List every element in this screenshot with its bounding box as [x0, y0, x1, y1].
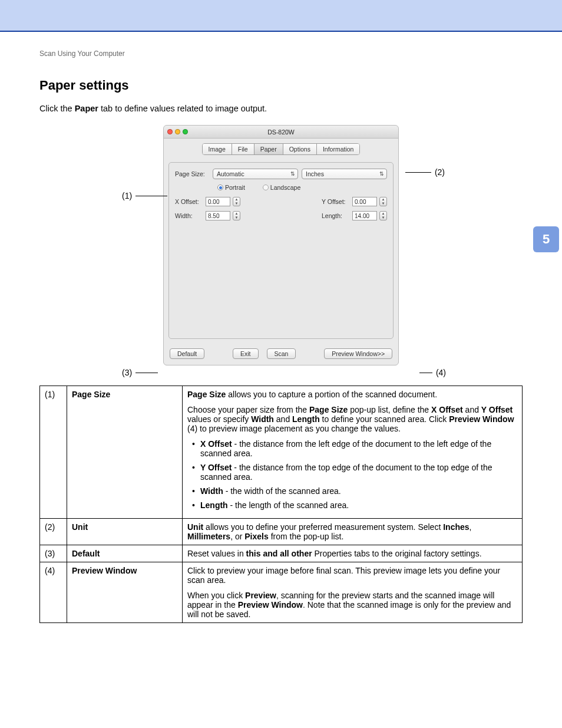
length-stepper[interactable]: ▲▼ — [379, 211, 387, 220]
callout-1: (1) — [122, 191, 167, 200]
page-header-bar — [0, 0, 562, 32]
table-row: (2) Unit Unit allows you to define your … — [40, 519, 523, 545]
button-bar: Default Exit Scan Preview Window>> — [164, 345, 398, 365]
tab-bar: Image File Paper Options Information — [164, 139, 398, 159]
width-input[interactable]: 8.50 — [206, 211, 230, 220]
width-field: Width: 8.50 ▲▼ — [175, 211, 240, 220]
y-offset-input[interactable]: 0.00 — [352, 197, 377, 206]
y-offset-field: Y Offset: 0.00 ▲▼ — [322, 197, 387, 206]
unit-select[interactable]: Inches ⇅ — [302, 169, 387, 179]
chapter-tab: 5 — [533, 226, 559, 252]
preview-window-button[interactable]: Preview Window>> — [324, 348, 392, 359]
screenshot-figure: (1) (2) (3) (4) DS-820W Image File Paper… — [116, 125, 446, 365]
length-input[interactable]: 14.00 — [352, 211, 377, 220]
table-row: (1) Page Size Page Size allows you to ca… — [40, 386, 523, 519]
tab-file[interactable]: File — [232, 144, 254, 154]
tab-paper[interactable]: Paper — [254, 144, 283, 154]
dialog-window: DS-820W Image File Paper Options Informa… — [163, 125, 399, 365]
y-offset-stepper[interactable]: ▲▼ — [379, 197, 387, 206]
callout-3: (3) — [122, 368, 158, 377]
x-offset-field: X Offset: 0.00 ▲▼ — [175, 197, 240, 206]
default-button[interactable]: Default — [170, 348, 204, 359]
description-table: (1) Page Size Page Size allows you to ca… — [39, 386, 523, 623]
x-offset-stepper[interactable]: ▲▼ — [233, 197, 240, 206]
chevron-updown-icon: ⇅ — [290, 171, 295, 177]
paper-panel: Page Size: Automatic ⇅ Inches ⇅ Portrait… — [168, 162, 394, 339]
length-field: Length: 14.00 ▲▼ — [322, 211, 387, 220]
page-title: Paper settings — [39, 78, 523, 93]
width-stepper[interactable]: ▲▼ — [233, 211, 240, 220]
x-offset-input[interactable]: 0.00 — [206, 197, 230, 206]
scan-button[interactable]: Scan — [267, 348, 296, 359]
titlebar: DS-820W — [164, 126, 398, 139]
chevron-updown-icon: ⇅ — [379, 171, 384, 177]
landscape-radio[interactable]: Landscape — [263, 184, 300, 191]
tab-options[interactable]: Options — [283, 144, 317, 154]
portrait-radio[interactable]: Portrait — [217, 184, 245, 191]
table-row: (3) Default Reset values in this and all… — [40, 545, 523, 562]
exit-button[interactable]: Exit — [233, 348, 259, 359]
page-size-label: Page Size: — [175, 170, 209, 177]
tab-image[interactable]: Image — [203, 144, 232, 154]
callout-4: (4) — [419, 368, 446, 377]
breadcrumb: Scan Using Your Computer — [39, 50, 523, 58]
window-title: DS-820W — [164, 129, 398, 136]
tab-information[interactable]: Information — [317, 144, 360, 154]
intro-text: Click the Paper tab to define values rel… — [39, 104, 523, 113]
page-size-select[interactable]: Automatic ⇅ — [213, 169, 298, 179]
callout-2: (2) — [405, 167, 445, 177]
table-row: (4) Preview Window Click to preview your… — [40, 562, 523, 623]
